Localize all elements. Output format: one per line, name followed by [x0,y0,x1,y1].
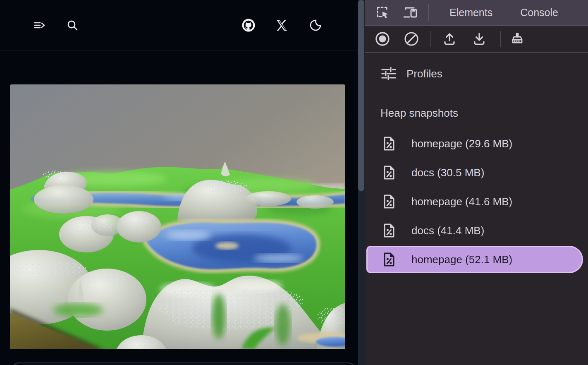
snapshot-file-icon [382,252,396,267]
sidebar-item-profiles[interactable]: Profiles [365,62,588,85]
device-toolbar-icon[interactable] [402,4,419,21]
terrain-lake [146,222,317,269]
record-icon[interactable] [374,31,391,47]
download-icon[interactable] [471,31,488,47]
x-twitter-icon[interactable] [275,18,289,32]
snapshot-label: docs (30.5 MB) [411,166,484,179]
page-top-nav [0,0,365,50]
page-scrollbar-thumb[interactable] [358,0,364,191]
tab-elements[interactable]: Elements [449,7,492,19]
terrain-illustration [10,84,345,349]
page-scrollbar-track[interactable] [358,0,365,365]
clear-icon[interactable] [403,31,420,47]
heap-snapshots-heading: Heap snapshots [380,107,458,120]
tune-sliders-icon [381,67,397,81]
heap-snapshot-row[interactable]: docs (30.5 MB) [365,158,588,187]
upload-icon[interactable] [441,31,458,47]
screen: Elements Console [0,0,588,365]
devtools-tabbar: Elements Console [365,0,588,26]
heap-snapshot-row[interactable]: docs (41.4 MB) [365,216,588,245]
heap-snapshot-row[interactable]: homepage (29.6 MB) [365,129,588,158]
search-icon[interactable] [65,18,79,32]
snapshot-file-icon [382,194,396,209]
terrain-3d-render [10,84,345,349]
snapshot-file-icon [382,136,396,151]
inspect-element-icon[interactable] [374,4,391,21]
dark-mode-moon-icon[interactable] [308,18,323,32]
snapshot-label: homepage (52.1 MB) [411,253,512,266]
snapshot-label: homepage (41.6 MB) [411,195,512,208]
code-block-card-top [12,363,355,365]
profiles-label: Profiles [406,67,442,80]
clean-brush-icon[interactable] [509,31,526,47]
heap-snapshot-list: homepage (29.6 MB) docs (30.5 MB) [365,129,588,274]
devtools-toolbar [365,26,588,53]
snapshot-file-icon [382,165,396,180]
heap-snapshot-row[interactable]: homepage (41.6 MB) [365,187,588,216]
terrain-snow-dome [117,211,161,243]
snapshot-label: docs (41.4 MB) [411,224,484,237]
github-icon[interactable] [241,18,256,32]
devtools-panel: Elements Console [365,0,588,365]
web-page [0,0,365,365]
heap-snapshot-row-selected[interactable]: homepage (52.1 MB) [366,246,583,273]
tab-console[interactable]: Console [520,7,558,19]
sidebar-menu-icon[interactable] [33,18,47,32]
snapshot-label: homepage (29.6 MB) [411,137,512,150]
snapshot-file-icon [382,223,396,238]
